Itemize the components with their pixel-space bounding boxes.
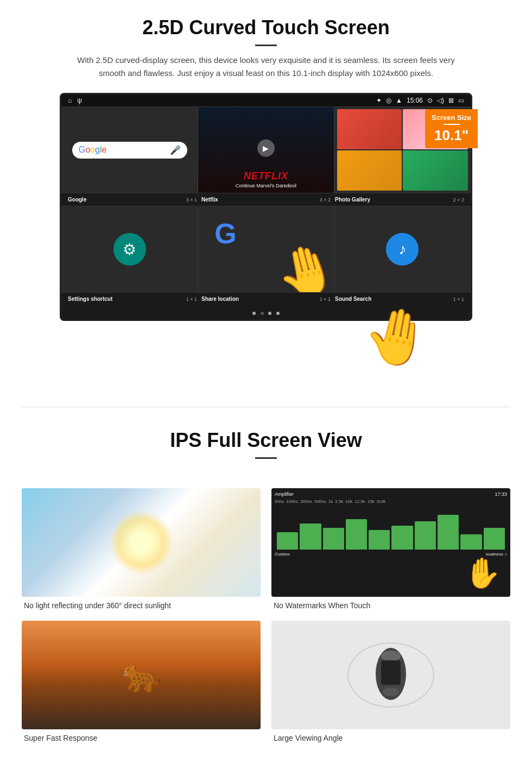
eq-bar-8	[438, 515, 459, 550]
settings-app-size: 1 × 1	[186, 297, 197, 302]
touch-hand: 🤚	[269, 236, 334, 293]
x-icon: ⊠	[448, 97, 454, 104]
eq-bar-3	[323, 528, 344, 550]
amp-hand-icon: ✋	[464, 556, 502, 591]
section1-divider	[255, 45, 277, 46]
eq-bar-9	[460, 534, 482, 550]
svg-point-2	[383, 687, 399, 696]
eq-bar-6	[391, 526, 413, 550]
device-screen: ⌂ ψ ✦ ◎ ▲ 15:06 ⊙ ◁) ⊠ ▭	[60, 93, 472, 321]
status-right: ✦ ◎ ▲ 15:06 ⊙ ◁) ⊠ ▭	[376, 97, 464, 104]
gallery-label: Photo Gallery 2 × 2	[333, 197, 466, 203]
share-label: Share location 1 × 1	[199, 296, 333, 302]
app-labels-row1: Google 3 × 1 Netflix 3 × 2 Photo Gallery…	[61, 193, 471, 206]
netflix-app-size: 3 × 2	[320, 197, 331, 203]
feature-car: Large Viewing Angle	[271, 621, 510, 742]
eq-bar-1	[277, 532, 298, 550]
window-icon: ▭	[458, 97, 464, 104]
settings-label: Settings shortcut 1 × 1	[66, 296, 199, 302]
dot-2	[261, 312, 264, 315]
hand-below-device: 🤚	[60, 316, 472, 380]
eq-bar-7	[415, 521, 436, 550]
sound-app-name: Sound Search	[335, 296, 371, 302]
section2-divider	[255, 457, 277, 459]
usb-icon: ψ	[77, 97, 82, 104]
feature-sunlight-label: No light reflecting under 360° direct su…	[22, 601, 261, 610]
google-app-cell: Google 🎤	[61, 106, 198, 193]
google-app-name: Google	[68, 197, 86, 203]
status-bar: ⌂ ψ ✦ ◎ ▲ 15:06 ⊙ ◁) ⊠ ▭	[61, 94, 471, 106]
gallery-app-size: 2 × 2	[453, 197, 464, 203]
settings-icon: ⚙	[113, 233, 146, 266]
amp-container: Amplifier 17:33 60hz100hz200hz500hz1k2.5…	[275, 491, 507, 594]
badge-size: 10.1"	[432, 127, 471, 144]
sound-icon: ♪	[386, 233, 419, 266]
car-body	[369, 644, 413, 706]
section-ips-screen: IPS Full Screen View	[0, 424, 532, 477]
sun-burst	[109, 510, 174, 575]
netflix-app-name: Netflix	[201, 197, 218, 203]
amp-freq-labels: 60hz100hz200hz500hz1k2.5k10k12.5k15kSUB	[275, 499, 507, 504]
eq-bar-10	[484, 528, 505, 550]
feature-grid: No light reflecting under 360° direct su…	[0, 477, 532, 753]
volume-icon: ◁)	[437, 97, 444, 104]
cheetah-icon: 🐆	[121, 656, 162, 695]
gallery-thumb-3	[337, 150, 402, 191]
amp-custom-label: Custom	[275, 552, 290, 557]
sound-search-cell: ♪	[334, 206, 471, 293]
settings-app-name: Settings shortcut	[68, 296, 112, 302]
maps-content: G 🤚	[198, 206, 333, 292]
amp-title: Amplifier	[275, 491, 294, 497]
sound-app-size: 1 × 1	[453, 297, 464, 302]
daredevil-background: ▶ NETFLIX Continue Marvel's Daredevil	[198, 107, 333, 193]
gallery-thumb-4	[403, 150, 468, 191]
google-label: Google 3 × 1	[66, 197, 199, 203]
share-location-cell: G 🤚	[198, 206, 334, 293]
mic-icon: 🎤	[170, 145, 181, 155]
section-curved-screen: 2.5D Curved Touch Screen With 2.5D curve…	[0, 0, 532, 390]
screen-size-badge: Screen Size 10.1"	[425, 109, 478, 148]
settings-app-cell: ⚙	[61, 206, 198, 293]
section2-title: IPS Full Screen View	[33, 429, 499, 452]
badge-title: Screen Size	[432, 113, 471, 122]
feature-amplifier-label: No Watermarks When Touch	[271, 601, 510, 610]
play-button[interactable]: ▶	[257, 140, 275, 157]
pointing-hand-icon: 🤚	[358, 299, 436, 374]
google-search-bar: Google 🎤	[72, 142, 187, 159]
feature-car-image	[271, 621, 510, 729]
svg-rect-3	[381, 660, 401, 685]
feature-sunlight-image	[22, 488, 261, 597]
section1-description: With 2.5D curved-display screen, this de…	[76, 54, 456, 80]
app-grid-row2: ⚙ G 🤚 ♪	[61, 206, 471, 293]
gallery-thumb-1	[337, 109, 402, 149]
section-divider-hr	[22, 407, 510, 407]
share-app-name: Share location	[201, 296, 239, 302]
netflix-app-cell: ▶ NETFLIX Continue Marvel's Daredevil	[198, 106, 334, 193]
netflix-logo: NETFLIX	[202, 171, 329, 182]
amp-header: Amplifier 17:33	[275, 491, 507, 497]
feature-car-label: Large Viewing Angle	[271, 734, 510, 742]
car-top-svg	[369, 644, 413, 704]
maps-g-letter: G	[214, 217, 236, 250]
eq-bar-2	[300, 523, 321, 550]
feature-cheetah-image: 🐆	[22, 621, 261, 729]
netflix-label: Netflix 3 × 2	[199, 197, 333, 203]
status-left: ⌂ ψ	[68, 97, 82, 104]
section1-title: 2.5D Curved Touch Screen	[33, 16, 499, 39]
feature-amplifier-image: Amplifier 17:33 60hz100hz200hz500hz1k2.5…	[271, 488, 510, 597]
bluetooth-icon: ✦	[376, 97, 382, 104]
netflix-subtitle: Continue Marvel's Daredevil	[202, 183, 329, 188]
gallery-app-name: Photo Gallery	[335, 197, 370, 203]
badge-divider	[444, 124, 460, 125]
share-app-size: 1 × 1	[320, 297, 331, 302]
car-circle	[347, 642, 434, 708]
dot-3	[268, 312, 271, 315]
feature-cheetah: 🐆 Super Fast Response	[22, 621, 261, 742]
camera-icon: ⊙	[427, 97, 433, 104]
app-grid-row1: Google 🎤 ▶ NETFLIX Continue Marvel's	[61, 106, 471, 193]
dot-1	[252, 312, 256, 315]
feature-sunlight: No light reflecting under 360° direct su…	[22, 488, 261, 610]
home-icon: ⌂	[68, 97, 72, 104]
google-logo: Google	[79, 145, 107, 155]
eq-bar-5	[369, 530, 390, 550]
